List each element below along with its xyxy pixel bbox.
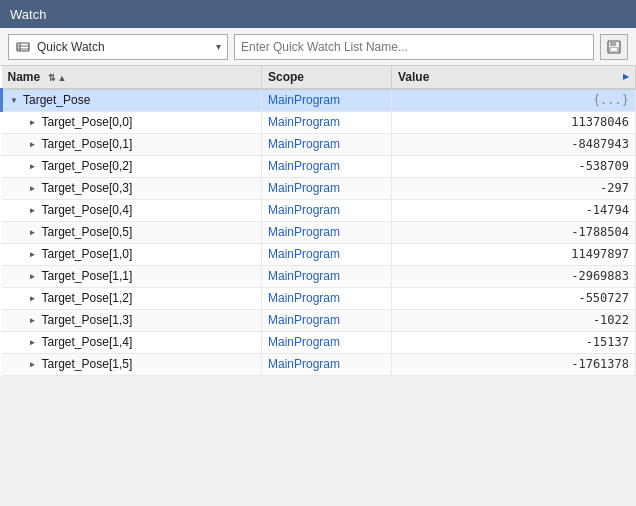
svg-rect-7	[611, 48, 617, 51]
cell-name: ►Target_Pose[0,4]	[2, 199, 262, 221]
cell-name: ►Target_Pose[0,5]	[2, 221, 262, 243]
watch-selector[interactable]: Quick Watch ▾	[8, 34, 228, 60]
svg-rect-5	[610, 41, 616, 46]
title-bar: Watch	[0, 0, 636, 28]
cell-value: -1022	[392, 309, 636, 331]
table-row[interactable]: ►Target_Pose[1,5]MainProgram-1761378	[2, 353, 636, 375]
table-body: ▼Target_PoseMainProgram{...}►Target_Pose…	[2, 89, 636, 375]
cell-value: -550727	[392, 287, 636, 309]
cell-value: -538709	[392, 155, 636, 177]
table-row[interactable]: ►Target_Pose[1,2]MainProgram-550727	[2, 287, 636, 309]
row-name-text: Target_Pose[0,0]	[42, 115, 133, 129]
table-row[interactable]: ▼Target_PoseMainProgram{...}	[2, 89, 636, 111]
row-name-text: Target_Pose[0,4]	[42, 203, 133, 217]
sort-desc-icon: ▲	[58, 73, 67, 83]
cell-value: -8487943	[392, 133, 636, 155]
cell-value: 11497897	[392, 243, 636, 265]
watch-name-input[interactable]	[234, 34, 594, 60]
table-row[interactable]: ►Target_Pose[0,2]MainProgram-538709	[2, 155, 636, 177]
cell-scope: MainProgram	[262, 353, 392, 375]
cell-value: -1761378	[392, 353, 636, 375]
row-name-text: Target_Pose[1,4]	[42, 335, 133, 349]
watch-table-container: Name ⇅ ▲ Scope Value ▸ ▼Target_PoseMainP…	[0, 66, 636, 506]
cell-scope: MainProgram	[262, 221, 392, 243]
expand-icon[interactable]: ►	[26, 225, 40, 239]
dropdown-arrow-icon: ▾	[216, 41, 221, 52]
cell-value: 11378046	[392, 111, 636, 133]
expand-icon[interactable]: ►	[26, 357, 40, 371]
cell-value: -2969883	[392, 265, 636, 287]
row-name-text: Target_Pose[1,5]	[42, 357, 133, 371]
expand-icon[interactable]: ►	[26, 335, 40, 349]
cell-name: ►Target_Pose[0,2]	[2, 155, 262, 177]
expand-icon[interactable]: ►	[26, 203, 40, 217]
row-name-text: Target_Pose[1,2]	[42, 291, 133, 305]
cell-scope: MainProgram	[262, 287, 392, 309]
cell-name: ►Target_Pose[1,3]	[2, 309, 262, 331]
table-header-row: Name ⇅ ▲ Scope Value ▸	[2, 66, 636, 89]
row-name-text: Target_Pose[1,0]	[42, 247, 133, 261]
cell-value: {...}	[392, 89, 636, 111]
expand-icon[interactable]: ►	[26, 291, 40, 305]
row-name-text: Target_Pose[0,3]	[42, 181, 133, 195]
save-icon	[606, 39, 622, 55]
cell-scope: MainProgram	[262, 243, 392, 265]
table-row[interactable]: ►Target_Pose[0,3]MainProgram-297	[2, 177, 636, 199]
table-row[interactable]: ►Target_Pose[1,4]MainProgram-15137	[2, 331, 636, 353]
cell-name: ►Target_Pose[0,0]	[2, 111, 262, 133]
title-label: Watch	[10, 7, 46, 22]
cell-scope: MainProgram	[262, 133, 392, 155]
table-row[interactable]: ►Target_Pose[0,5]MainProgram-1788504	[2, 221, 636, 243]
svg-rect-0	[17, 43, 29, 51]
cell-name: ►Target_Pose[0,1]	[2, 133, 262, 155]
cell-name: ►Target_Pose[1,0]	[2, 243, 262, 265]
table-row[interactable]: ►Target_Pose[1,3]MainProgram-1022	[2, 309, 636, 331]
cell-scope: MainProgram	[262, 155, 392, 177]
toolbar: Quick Watch ▾	[0, 28, 636, 66]
collapse-icon[interactable]: ▼	[7, 93, 21, 107]
expand-icon[interactable]: ►	[26, 115, 40, 129]
cell-name: ►Target_Pose[1,4]	[2, 331, 262, 353]
cell-scope: MainProgram	[262, 89, 392, 111]
row-name-text: Target_Pose	[23, 93, 90, 107]
cell-name: ►Target_Pose[1,2]	[2, 287, 262, 309]
cell-name: ▼Target_Pose	[2, 89, 262, 111]
expand-icon[interactable]: ►	[26, 137, 40, 151]
cell-scope: MainProgram	[262, 111, 392, 133]
cell-name: ►Target_Pose[1,5]	[2, 353, 262, 375]
table-row[interactable]: ►Target_Pose[0,4]MainProgram-14794	[2, 199, 636, 221]
col-header-value[interactable]: Value ▸	[392, 66, 636, 89]
cell-scope: MainProgram	[262, 309, 392, 331]
cell-value: -1788504	[392, 221, 636, 243]
row-name-text: Target_Pose[0,5]	[42, 225, 133, 239]
cell-name: ►Target_Pose[1,1]	[2, 265, 262, 287]
cell-scope: MainProgram	[262, 199, 392, 221]
watch-table: Name ⇅ ▲ Scope Value ▸ ▼Target_PoseMainP…	[0, 66, 636, 376]
cell-scope: MainProgram	[262, 331, 392, 353]
expand-icon[interactable]: ►	[26, 159, 40, 173]
table-row[interactable]: ►Target_Pose[0,0]MainProgram11378046	[2, 111, 636, 133]
cell-name: ►Target_Pose[0,3]	[2, 177, 262, 199]
table-row[interactable]: ►Target_Pose[0,1]MainProgram-8487943	[2, 133, 636, 155]
cell-value: -15137	[392, 331, 636, 353]
table-row[interactable]: ►Target_Pose[1,1]MainProgram-2969883	[2, 265, 636, 287]
table-row[interactable]: ►Target_Pose[1,0]MainProgram11497897	[2, 243, 636, 265]
cell-scope: MainProgram	[262, 265, 392, 287]
cell-value: -14794	[392, 199, 636, 221]
value-arrow-icon: ▸	[623, 70, 629, 83]
cell-scope: MainProgram	[262, 177, 392, 199]
expand-icon[interactable]: ►	[26, 247, 40, 261]
row-name-text: Target_Pose[1,1]	[42, 269, 133, 283]
row-name-text: Target_Pose[1,3]	[42, 313, 133, 327]
cell-value: -297	[392, 177, 636, 199]
row-name-text: Target_Pose[0,1]	[42, 137, 133, 151]
expand-icon[interactable]: ►	[26, 269, 40, 283]
col-header-name[interactable]: Name ⇅ ▲	[2, 66, 262, 89]
sort-az-icon: ⇅	[48, 73, 56, 83]
col-header-scope[interactable]: Scope	[262, 66, 392, 89]
save-watch-button[interactable]	[600, 34, 628, 60]
expand-icon[interactable]: ►	[26, 181, 40, 195]
row-name-text: Target_Pose[0,2]	[42, 159, 133, 173]
expand-icon[interactable]: ►	[26, 313, 40, 327]
watch-selector-label: Quick Watch	[37, 40, 212, 54]
